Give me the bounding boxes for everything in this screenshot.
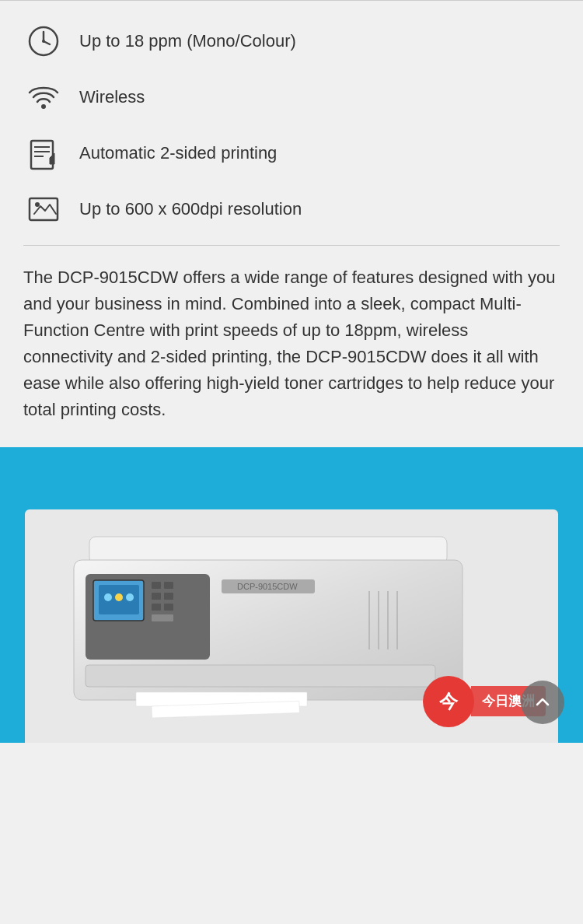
svg-point-4 [41, 104, 46, 109]
feature-item-duplex: Automatic 2-sided printing [23, 125, 560, 181]
feature-text-wireless: Wireless [79, 87, 145, 107]
svg-point-18 [126, 593, 134, 601]
chevron-up-icon [533, 693, 552, 712]
feature-text-speed: Up to 18 ppm (Mono/Colour) [79, 31, 296, 51]
duplex-icon [23, 133, 64, 173]
svg-rect-23 [152, 604, 161, 611]
clock-icon [23, 21, 64, 61]
svg-rect-26 [86, 665, 435, 687]
svg-rect-5 [31, 141, 53, 169]
wifi-icon [23, 77, 64, 117]
feature-item-speed: Up to 18 ppm (Mono/Colour) [23, 13, 560, 69]
resolution-icon [23, 189, 64, 229]
svg-rect-25 [152, 614, 173, 621]
features-section: Up to 18 ppm (Mono/Colour) Wireless Auto… [0, 0, 583, 447]
description-text: The DCP-9015CDW offers a wide range of f… [23, 264, 560, 424]
divider [23, 245, 560, 246]
svg-rect-22 [164, 593, 173, 600]
svg-point-3 [42, 40, 45, 43]
watermark-circle: 今 [423, 676, 474, 727]
svg-point-17 [115, 593, 123, 601]
product-image-section: DCP-9015CDW 今 今日澳洲 [0, 447, 583, 743]
printer-image-container: DCP-9015CDW 今 今日澳洲 [25, 509, 558, 743]
svg-point-10 [35, 202, 40, 207]
feature-text-resolution: Up to 600 x 600dpi resolution [79, 199, 302, 219]
feature-text-duplex: Automatic 2-sided printing [79, 143, 277, 163]
svg-point-16 [104, 593, 112, 601]
feature-item-wireless: Wireless [23, 69, 560, 125]
svg-rect-19 [152, 582, 161, 589]
svg-rect-24 [164, 604, 173, 611]
description-section: The DCP-9015CDW offers a wide range of f… [23, 264, 560, 424]
watermark-icon-char: 今 [439, 689, 458, 714]
feature-item-resolution: Up to 600 x 600dpi resolution [23, 181, 560, 237]
scroll-up-button[interactable] [521, 681, 564, 724]
svg-rect-20 [164, 582, 173, 589]
svg-text:DCP-9015CDW: DCP-9015CDW [237, 582, 298, 591]
svg-rect-21 [152, 593, 161, 600]
